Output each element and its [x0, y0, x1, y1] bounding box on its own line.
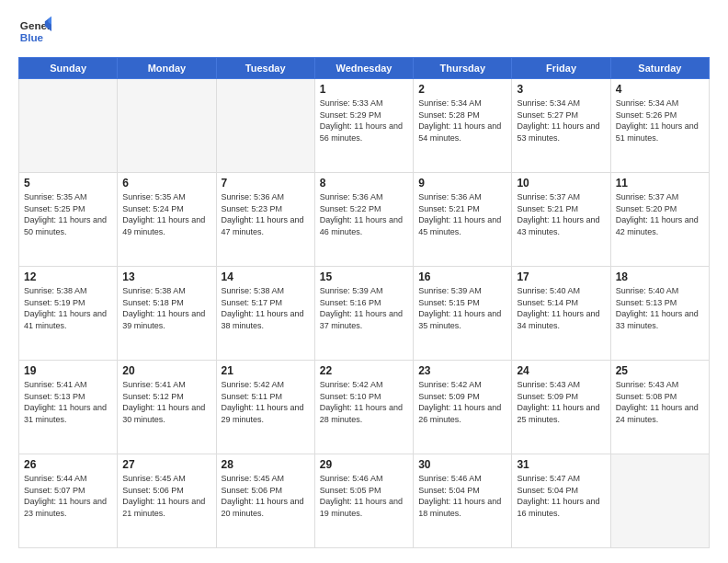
day-number: 6 [122, 177, 210, 190]
day-number: 14 [222, 270, 310, 283]
calendar-cell: 2Sunrise: 5:34 AM Sunset: 5:28 PM Daylig… [414, 79, 512, 173]
header: General Blue [18, 15, 710, 48]
week-row-5: 26Sunrise: 5:44 AM Sunset: 5:07 PM Dayli… [19, 454, 710, 548]
calendar-cell: 17Sunrise: 5:40 AM Sunset: 5:14 PM Dayli… [512, 267, 610, 361]
day-number: 19 [24, 364, 112, 377]
calendar-cell: 19Sunrise: 5:41 AM Sunset: 5:13 PM Dayli… [19, 361, 118, 454]
calendar-cell: 24Sunrise: 5:43 AM Sunset: 5:09 PM Dayli… [512, 361, 610, 454]
day-number: 28 [222, 458, 310, 471]
weekday-thursday: Thursday [414, 58, 512, 79]
day-number: 10 [517, 177, 605, 190]
calendar-cell: 4Sunrise: 5:34 AM Sunset: 5:26 PM Daylig… [610, 79, 709, 173]
calendar-cell: 3Sunrise: 5:34 AM Sunset: 5:27 PM Daylig… [512, 79, 610, 173]
calendar-cell: 6Sunrise: 5:35 AM Sunset: 5:24 PM Daylig… [118, 173, 216, 267]
cell-info: Sunrise: 5:38 AM Sunset: 5:19 PM Dayligh… [24, 285, 112, 331]
calendar-cell: 30Sunrise: 5:46 AM Sunset: 5:04 PM Dayli… [414, 454, 512, 548]
cell-info: Sunrise: 5:39 AM Sunset: 5:16 PM Dayligh… [320, 285, 408, 331]
cell-info: Sunrise: 5:41 AM Sunset: 5:13 PM Dayligh… [24, 379, 112, 425]
day-number: 9 [418, 177, 506, 190]
cell-info: Sunrise: 5:39 AM Sunset: 5:15 PM Dayligh… [418, 285, 506, 331]
calendar-cell: 18Sunrise: 5:40 AM Sunset: 5:13 PM Dayli… [610, 267, 709, 361]
day-number: 24 [517, 364, 605, 377]
calendar-cell: 12Sunrise: 5:38 AM Sunset: 5:19 PM Dayli… [19, 267, 118, 361]
calendar-cell: 22Sunrise: 5:42 AM Sunset: 5:10 PM Dayli… [314, 361, 413, 454]
day-number: 13 [122, 270, 210, 283]
cell-info: Sunrise: 5:36 AM Sunset: 5:22 PM Dayligh… [320, 191, 408, 237]
cell-info: Sunrise: 5:34 AM Sunset: 5:27 PM Dayligh… [517, 98, 605, 144]
week-row-4: 19Sunrise: 5:41 AM Sunset: 5:13 PM Dayli… [19, 361, 710, 454]
calendar-cell: 28Sunrise: 5:45 AM Sunset: 5:06 PM Dayli… [216, 454, 314, 548]
day-number: 30 [418, 458, 506, 471]
calendar-cell: 13Sunrise: 5:38 AM Sunset: 5:18 PM Dayli… [118, 267, 216, 361]
cell-info: Sunrise: 5:37 AM Sunset: 5:20 PM Dayligh… [616, 191, 704, 237]
calendar-cell: 15Sunrise: 5:39 AM Sunset: 5:16 PM Dayli… [314, 267, 413, 361]
calendar-cell: 7Sunrise: 5:36 AM Sunset: 5:23 PM Daylig… [216, 173, 314, 267]
cell-info: Sunrise: 5:35 AM Sunset: 5:25 PM Dayligh… [24, 191, 112, 237]
calendar-cell [19, 79, 118, 173]
calendar-cell: 10Sunrise: 5:37 AM Sunset: 5:21 PM Dayli… [512, 173, 610, 267]
weekday-tuesday: Tuesday [216, 58, 314, 79]
page: General Blue SundayMondayTuesdayWednesda… [0, 0, 728, 563]
cell-info: Sunrise: 5:40 AM Sunset: 5:13 PM Dayligh… [616, 285, 704, 331]
day-number: 31 [517, 458, 605, 471]
calendar-cell: 14Sunrise: 5:38 AM Sunset: 5:17 PM Dayli… [216, 267, 314, 361]
cell-info: Sunrise: 5:45 AM Sunset: 5:06 PM Dayligh… [122, 473, 210, 519]
cell-info: Sunrise: 5:35 AM Sunset: 5:24 PM Dayligh… [122, 191, 210, 237]
calendar-cell: 8Sunrise: 5:36 AM Sunset: 5:22 PM Daylig… [314, 173, 413, 267]
week-row-2: 5Sunrise: 5:35 AM Sunset: 5:25 PM Daylig… [19, 173, 710, 267]
cell-info: Sunrise: 5:42 AM Sunset: 5:09 PM Dayligh… [418, 379, 506, 425]
calendar-cell [216, 79, 314, 173]
day-number: 17 [517, 270, 605, 283]
cell-info: Sunrise: 5:38 AM Sunset: 5:18 PM Dayligh… [122, 285, 210, 331]
cell-info: Sunrise: 5:38 AM Sunset: 5:17 PM Dayligh… [222, 285, 310, 331]
calendar-cell: 29Sunrise: 5:46 AM Sunset: 5:05 PM Dayli… [314, 454, 413, 548]
calendar-cell: 20Sunrise: 5:41 AM Sunset: 5:12 PM Dayli… [118, 361, 216, 454]
cell-info: Sunrise: 5:46 AM Sunset: 5:04 PM Dayligh… [418, 473, 506, 519]
day-number: 15 [320, 270, 408, 283]
day-number: 25 [616, 364, 704, 377]
day-number: 7 [222, 177, 310, 190]
day-number: 27 [122, 458, 210, 471]
week-row-3: 12Sunrise: 5:38 AM Sunset: 5:19 PM Dayli… [19, 267, 710, 361]
day-number: 18 [616, 270, 704, 283]
day-number: 29 [320, 458, 408, 471]
day-number: 16 [418, 270, 506, 283]
calendar-cell: 1Sunrise: 5:33 AM Sunset: 5:29 PM Daylig… [314, 79, 413, 173]
cell-info: Sunrise: 5:36 AM Sunset: 5:23 PM Dayligh… [222, 191, 310, 237]
calendar-cell: 11Sunrise: 5:37 AM Sunset: 5:20 PM Dayli… [610, 173, 709, 267]
calendar-cell: 25Sunrise: 5:43 AM Sunset: 5:08 PM Dayli… [610, 361, 709, 454]
cell-info: Sunrise: 5:47 AM Sunset: 5:04 PM Dayligh… [517, 473, 605, 519]
calendar-cell: 21Sunrise: 5:42 AM Sunset: 5:11 PM Dayli… [216, 361, 314, 454]
day-number: 8 [320, 177, 408, 190]
day-number: 12 [24, 270, 112, 283]
cell-info: Sunrise: 5:37 AM Sunset: 5:21 PM Dayligh… [517, 191, 605, 237]
calendar-cell: 5Sunrise: 5:35 AM Sunset: 5:25 PM Daylig… [19, 173, 118, 267]
weekday-saturday: Saturday [610, 58, 709, 79]
cell-info: Sunrise: 5:34 AM Sunset: 5:28 PM Dayligh… [418, 98, 506, 144]
weekday-friday: Friday [512, 58, 610, 79]
day-number: 21 [222, 364, 310, 377]
logo-icon: General Blue [18, 15, 51, 48]
calendar-cell: 27Sunrise: 5:45 AM Sunset: 5:06 PM Dayli… [118, 454, 216, 548]
day-number: 20 [122, 364, 210, 377]
calendar-cell: 26Sunrise: 5:44 AM Sunset: 5:07 PM Dayli… [19, 454, 118, 548]
calendar-table: SundayMondayTuesdayWednesdayThursdayFrid… [18, 57, 710, 548]
day-number: 26 [24, 458, 112, 471]
logo: General Blue [18, 15, 51, 48]
day-number: 5 [24, 177, 112, 190]
day-number: 22 [320, 364, 408, 377]
cell-info: Sunrise: 5:43 AM Sunset: 5:08 PM Dayligh… [616, 379, 704, 425]
day-number: 3 [517, 83, 605, 96]
weekday-header-row: SundayMondayTuesdayWednesdayThursdayFrid… [19, 58, 710, 79]
cell-info: Sunrise: 5:45 AM Sunset: 5:06 PM Dayligh… [222, 473, 310, 519]
cell-info: Sunrise: 5:46 AM Sunset: 5:05 PM Dayligh… [320, 473, 408, 519]
day-number: 11 [616, 177, 704, 190]
cell-info: Sunrise: 5:42 AM Sunset: 5:10 PM Dayligh… [320, 379, 408, 425]
weekday-monday: Monday [118, 58, 216, 79]
day-number: 23 [418, 364, 506, 377]
svg-text:Blue: Blue [20, 31, 44, 43]
cell-info: Sunrise: 5:34 AM Sunset: 5:26 PM Dayligh… [616, 98, 704, 144]
cell-info: Sunrise: 5:42 AM Sunset: 5:11 PM Dayligh… [222, 379, 310, 425]
cell-info: Sunrise: 5:40 AM Sunset: 5:14 PM Dayligh… [517, 285, 605, 331]
calendar-cell: 31Sunrise: 5:47 AM Sunset: 5:04 PM Dayli… [512, 454, 610, 548]
